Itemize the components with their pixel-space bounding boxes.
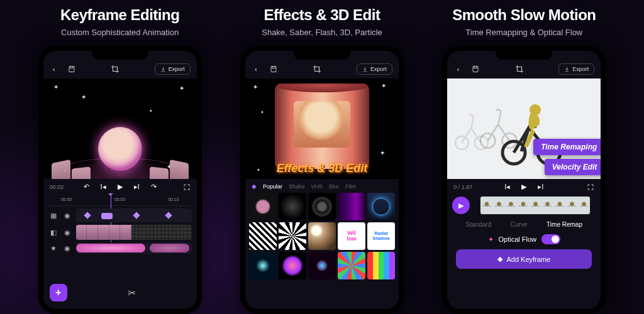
effect-thumb[interactable]	[308, 252, 336, 279]
carousel-center-portrait	[98, 127, 142, 171]
prev-frame-icon[interactable]: I◂	[504, 183, 510, 191]
add-button[interactable]: +	[50, 284, 67, 301]
play-circle-button[interactable]: ▶	[452, 197, 470, 214]
tab-blur[interactable]: Blur	[329, 183, 339, 190]
add-keyframe-button[interactable]: ◆ Add Keyframe	[456, 249, 592, 269]
effect-thumb-radial-shadow[interactable]: Radial Shadow	[367, 222, 395, 250]
effect-thumb[interactable]	[279, 252, 306, 279]
save-icon[interactable]	[67, 65, 76, 73]
optical-flow-row: ✦ Optical Flow	[447, 230, 601, 249]
next-frame-icon[interactable]: ▸I	[538, 183, 543, 191]
transport-bar: 0 / 1.87 I◂ ▶ ▸I	[447, 179, 601, 195]
tab-time-remap[interactable]: Time Remap	[547, 221, 582, 228]
svg-rect-4	[473, 67, 478, 72]
crop-icon[interactable]	[515, 65, 524, 73]
download-icon	[564, 67, 570, 72]
effect-track[interactable]	[76, 242, 192, 254]
tab-vhs[interactable]: VHS	[311, 183, 323, 190]
layer-overlay-icon[interactable]: ◧	[48, 229, 58, 237]
panel-subtitle: Custom Sophisticated Animation	[61, 28, 179, 37]
effect-thumb[interactable]	[249, 222, 277, 250]
time-display: 0 / 1.87	[453, 184, 472, 190]
crop-icon[interactable]	[313, 65, 321, 73]
tab-shake[interactable]: Shake	[289, 183, 305, 190]
play-icon[interactable]: ▶	[118, 183, 123, 191]
back-icon[interactable]: ‹	[252, 65, 260, 73]
tab-standard[interactable]: Standard	[466, 221, 492, 228]
play-icon[interactable]: ▶	[521, 183, 526, 191]
save-icon[interactable]	[269, 65, 278, 73]
optical-flow-label: Optical Flow	[499, 236, 537, 243]
portrait-face	[294, 101, 350, 148]
effect-thumb[interactable]	[279, 222, 306, 250]
editor-topbar: ‹ Export	[43, 60, 197, 78]
fullscreen-icon[interactable]	[183, 183, 191, 191]
redo-icon[interactable]: ↷	[151, 183, 157, 191]
layer-visible-icon[interactable]: ◉	[62, 244, 72, 252]
fullscreen-icon[interactable]	[587, 183, 594, 191]
speed-mode-tabs: Standard Curve Time Remap	[447, 216, 601, 230]
panel-slowmotion: Smooth Slow Motion Time Remapping & Opti…	[430, 6, 618, 314]
tag-time-remapping: Time Remaping	[533, 139, 601, 155]
svg-rect-3	[272, 67, 275, 68]
layer-visible-icon[interactable]: ◉	[62, 212, 72, 220]
video-preview[interactable]: ✦✦ ✦✦ ✦ Effects & 3D Edit	[245, 78, 399, 179]
cylinder-3d	[275, 84, 369, 169]
phone-frame-2: ‹ Export ✦✦ ✦✦ ✦ Effects & 3D Edit ◆	[240, 46, 404, 314]
phone-frame-3: ‹ Export Time Remaping Velocity Edit	[442, 46, 606, 314]
crop-icon[interactable]	[111, 65, 119, 73]
tab-film[interactable]: Film	[345, 183, 356, 190]
tab-popular[interactable]: Popular	[263, 183, 282, 190]
export-button[interactable]: Export	[558, 63, 594, 75]
next-frame-icon[interactable]: ▸I	[134, 183, 140, 191]
timeline[interactable]: 00:0000:0500:10 ▦ ◉ ◧ ◉	[43, 195, 197, 254]
phone-notch	[294, 51, 350, 60]
video-preview[interactable]: Time Remaping Velocity Edit	[447, 78, 601, 179]
export-button[interactable]: Export	[155, 63, 191, 75]
effect-category-tabs: ◆ Popular Shake VHS Blur Film	[245, 179, 399, 192]
download-icon	[160, 67, 166, 72]
frame-thumbnails[interactable]	[480, 196, 591, 215]
effect-thumb[interactable]	[308, 222, 336, 250]
layer-effect-icon[interactable]: ★	[48, 244, 58, 252]
timeline-ruler: 00:0000:0500:10	[48, 197, 192, 206]
back-icon[interactable]: ‹	[453, 65, 462, 73]
effect-thumb[interactable]	[338, 193, 365, 220]
video-preview[interactable]: ✦✦ ✦✦ ✦✦	[43, 78, 197, 179]
effect-thumb[interactable]	[279, 193, 306, 220]
frame-strip-row: ▶	[447, 195, 601, 216]
effect-thumb[interactable]	[367, 193, 395, 220]
bottom-toolbar: + ✂	[43, 279, 197, 306]
phone-frame-1: ‹ Export ✦✦ ✦✦ ✦✦	[38, 46, 202, 314]
optical-flow-toggle[interactable]	[541, 234, 560, 244]
effect-thumb[interactable]	[367, 252, 395, 279]
effect-thumb[interactable]	[249, 193, 277, 220]
svg-rect-5	[474, 67, 477, 68]
effect-thumb[interactable]	[308, 193, 336, 220]
scissors-icon[interactable]: ✂	[74, 287, 191, 299]
carousel-3d	[54, 125, 186, 179]
svg-rect-1	[70, 67, 73, 68]
effect-grid: Willow Radial Shadow	[245, 192, 399, 281]
download-icon	[362, 67, 368, 72]
prev-frame-icon[interactable]: I◂	[101, 183, 106, 191]
sparkle-icon: ✦	[488, 236, 494, 244]
layer-visible-icon[interactable]: ◉	[62, 229, 72, 237]
video-track[interactable]	[76, 208, 192, 222]
effect-thumb[interactable]	[338, 252, 365, 279]
effect-thumb[interactable]	[249, 252, 277, 279]
undo-icon[interactable]: ↶	[84, 183, 89, 191]
back-icon[interactable]: ‹	[50, 65, 58, 73]
layer-image-icon[interactable]: ▦	[48, 212, 58, 220]
tab-curve[interactable]: Curve	[511, 221, 528, 228]
panel-keyframe: Keyframe Editing Custom Sophisticated An…	[26, 6, 214, 314]
overlay-track[interactable]	[76, 225, 192, 240]
effect-thumb[interactable]: Willow	[338, 222, 365, 250]
panel-title: Smooth Slow Motion	[452, 6, 596, 24]
save-icon[interactable]	[471, 65, 480, 73]
tag-velocity-edit: Velocity Edit	[545, 159, 601, 175]
premium-icon[interactable]: ◆	[252, 183, 257, 190]
export-button[interactable]: Export	[357, 63, 392, 75]
diamond-icon: ◆	[497, 255, 502, 263]
time-display: 00:02	[50, 184, 64, 190]
